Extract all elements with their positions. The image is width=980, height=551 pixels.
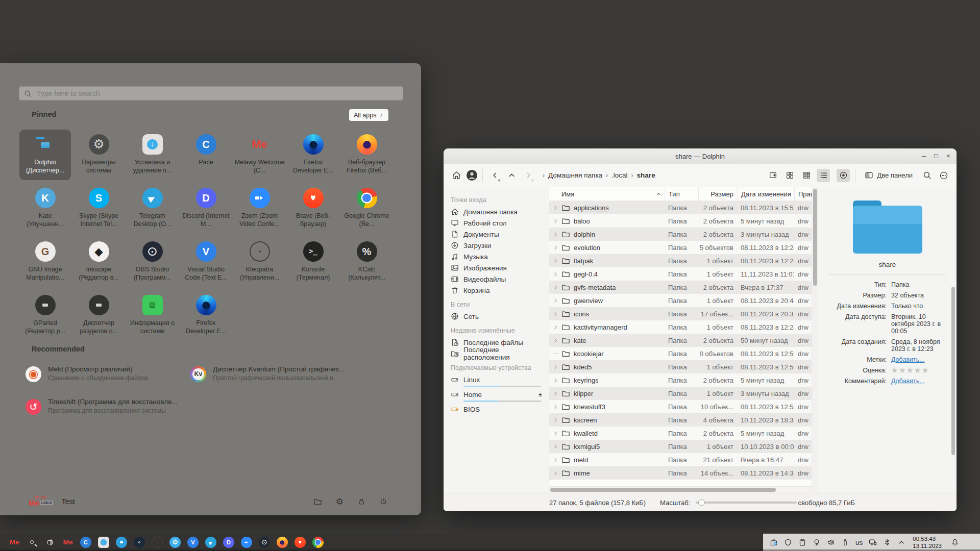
launcher-search[interactable]: [19, 86, 403, 101]
recommended-item[interactable]: Диспетчер Kvantum (Простой графичес... П…: [190, 362, 384, 395]
file-row[interactable]: icons Папка 17 объек... 08.11.2023 в 20:…: [549, 307, 812, 320]
app-tile[interactable]: Firefox Developer E...: [180, 290, 232, 341]
split-view-button[interactable]: Две панели: [861, 168, 917, 183]
property-value[interactable]: Только что: [891, 303, 948, 310]
file-row[interactable]: meld Папка 21 объект Вчера в 16:47 drw: [549, 453, 812, 466]
info-panel-scrollbar-thumb[interactable]: [951, 287, 955, 455]
new-tab-button[interactable]: [766, 169, 779, 182]
places-item[interactable]: Домашняя папка: [444, 206, 549, 217]
file-row[interactable]: kscreen Папка 4 объекта 10.11.2023 в 18:…: [549, 413, 812, 427]
forward-button[interactable]: [522, 169, 535, 182]
property-value[interactable]: ★★★★★: [891, 367, 948, 374]
taskbar-app-button[interactable]: [62, 537, 74, 548]
app-tile[interactable]: Информация о системе: [127, 290, 178, 341]
app-tile[interactable]: Веб-браузер Firefox (Веб...: [341, 130, 393, 180]
expand-arrow-icon[interactable]: [549, 205, 561, 211]
property-value[interactable]: Добавить...: [891, 378, 948, 385]
app-tile[interactable]: Pace: [180, 130, 232, 180]
taskbar-app-button[interactable]: [241, 537, 252, 548]
taskbar-app-button[interactable]: [116, 537, 127, 548]
settings-button[interactable]: ⚙: [336, 497, 344, 506]
expand-arrow-icon[interactable]: [549, 232, 561, 237]
places-item[interactable]: Документы: [444, 229, 549, 240]
all-apps-button[interactable]: All apps: [349, 109, 388, 121]
compact-view-button[interactable]: [800, 169, 813, 182]
file-row[interactable]: kate Папка 2 объекта 50 минут назад drw: [549, 334, 812, 347]
app-tile[interactable]: Dolphin (Диспетчер...: [19, 130, 71, 180]
expand-arrow-icon[interactable]: [549, 245, 561, 251]
tray-icon-button[interactable]: [869, 538, 877, 546]
expand-arrow-icon[interactable]: [549, 258, 561, 264]
file-row[interactable]: flatpak Папка 1 объект 08.11.2023 в 12:2…: [549, 254, 812, 267]
file-row[interactable]: kactivitymanagerd Папка 1 объект 08.11.2…: [549, 320, 812, 334]
file-row[interactable]: kded5 Папка 1 объект 08.11.2023 в 12:54 …: [549, 360, 812, 373]
clock[interactable]: 00:53:43 13.11.2023: [913, 535, 942, 550]
horizontal-scrollbar[interactable]: [549, 486, 812, 493]
expand-arrow-icon[interactable]: [549, 285, 561, 290]
app-tile[interactable]: KCalc (Калькулят...: [341, 237, 393, 287]
tray-icon-button[interactable]: [784, 538, 792, 546]
taskbar-app-button[interactable]: [277, 537, 288, 548]
taskbar-app-button[interactable]: [312, 537, 324, 548]
expand-arrow-icon[interactable]: [549, 298, 561, 304]
app-tile[interactable]: Discord (Internet M...: [180, 183, 232, 234]
taskbar-app-button[interactable]: [223, 537, 234, 548]
expand-arrow-icon[interactable]: [549, 470, 561, 476]
taskbar-app-button[interactable]: [295, 537, 306, 548]
tray-icon-button[interactable]: us: [855, 539, 863, 546]
taskbar-app-button[interactable]: [259, 537, 270, 548]
file-row[interactable]: knewstuff3 Папка 10 объек... 08.11.2023 …: [549, 400, 812, 413]
column-size[interactable]: Размер: [698, 187, 737, 201]
expand-arrow-icon[interactable]: [549, 378, 561, 383]
minimize-button[interactable]: –: [922, 153, 926, 160]
tray-icon-button[interactable]: [897, 538, 905, 546]
power-button[interactable]: [379, 497, 387, 506]
app-tile[interactable]: Установка и удаление п...: [127, 130, 178, 180]
close-button[interactable]: ×: [946, 153, 950, 160]
column-type[interactable]: Тип: [665, 187, 698, 201]
back-button[interactable]: [488, 169, 501, 182]
places-item[interactable]: Сеть: [444, 311, 549, 322]
file-row[interactable]: dolphin Папка 2 объекта 3 минуты назад d…: [549, 228, 812, 241]
eject-icon[interactable]: [537, 391, 544, 398]
expand-arrow-icon[interactable]: [549, 457, 561, 463]
home-button[interactable]: [450, 169, 463, 182]
taskbar-app-button[interactable]: [98, 537, 109, 548]
column-name[interactable]: Имя: [549, 187, 665, 201]
places-item[interactable]: Загрузки: [444, 240, 549, 251]
lock-button[interactable]: [357, 497, 365, 506]
zoom-slider-track[interactable]: [696, 502, 797, 504]
find-button[interactable]: [920, 169, 934, 182]
expand-arrow-icon[interactable]: [549, 271, 561, 277]
expand-arrow-icon[interactable]: [549, 444, 561, 449]
vertical-scrollbar-thumb[interactable]: [813, 189, 817, 286]
breadcrumb-segment[interactable]: › .local: [606, 171, 628, 179]
file-row[interactable]: kcookiejar Папка 0 объектов 08.11.2023 в…: [549, 347, 812, 360]
app-tile[interactable]: Konsole (Терминал): [287, 237, 339, 287]
app-tile[interactable]: Telegram Desktop (О...: [127, 183, 178, 234]
app-tile[interactable]: Kleopatra (Управлени...: [234, 237, 285, 287]
places-item[interactable]: Рабочий стол: [444, 217, 549, 229]
tray-icon-button[interactable]: [813, 538, 821, 546]
expand-arrow-icon[interactable]: [549, 417, 561, 423]
file-row[interactable]: gegl-0.4 Папка 1 объект 11.11.2023 в 11:…: [549, 267, 812, 281]
expand-arrow-icon[interactable]: [549, 338, 561, 343]
app-tile[interactable]: Google Chrome (Ве...: [341, 183, 393, 234]
expand-arrow-icon[interactable]: [549, 218, 561, 224]
tray-icon-button[interactable]: [883, 538, 891, 546]
file-row[interactable]: keyrings Папка 2 объекта 5 минут назад d…: [549, 373, 812, 387]
app-tile[interactable]: Skype (Skype Internet Tel...: [73, 183, 125, 234]
tray-icon-button[interactable]: [798, 538, 806, 546]
property-value[interactable]: Среда, 8 ноября 2023 г. в 12:23: [891, 338, 948, 353]
user-avatar[interactable]: [467, 170, 477, 181]
file-row[interactable]: kwalletd Папка 2 объекта 5 минут назад d…: [549, 427, 812, 440]
taskbar-app-button[interactable]: [205, 537, 216, 548]
app-tile[interactable]: Kate (Улучшенн...: [19, 183, 71, 234]
app-tile[interactable]: GParted (Редактор р...: [19, 290, 71, 341]
expand-arrow-icon[interactable]: [549, 354, 561, 354]
tray-icon-button[interactable]: [770, 538, 778, 546]
column-permissions[interactable]: Права: [794, 187, 812, 201]
app-tile[interactable]: Zoom (Zoom Video Confe...: [234, 183, 285, 234]
vertical-scrollbar[interactable]: [812, 187, 818, 493]
expand-arrow-icon[interactable]: [549, 311, 561, 317]
